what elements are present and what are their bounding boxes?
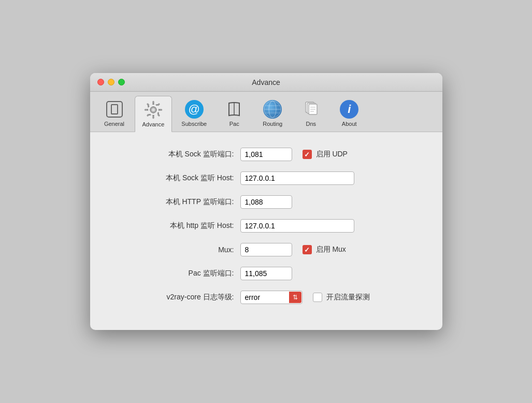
pac-port-row: Pac 监听端口: xyxy=(121,267,411,280)
globe-icon xyxy=(263,100,282,119)
log-level-select-wrapper: error warning info debug none xyxy=(240,291,303,304)
tab-dns[interactable]: Dns xyxy=(293,96,329,132)
http-port-row: 本机 HTTP 监听端口: xyxy=(121,195,411,209)
svg-rect-8 xyxy=(147,113,150,117)
mux-label: Mux: xyxy=(121,246,240,254)
http-host-row: 本机 http 监听 Host: xyxy=(121,219,411,233)
mux-input[interactable] xyxy=(240,243,292,256)
tab-advance[interactable]: Advance xyxy=(135,96,172,132)
svg-rect-5 xyxy=(160,109,162,111)
udp-option: 启用 UDP xyxy=(303,150,348,159)
sock-port-label: 本机 Sock 监听端口: xyxy=(121,150,240,159)
tab-dns-label: Dns xyxy=(306,121,316,127)
at-icon: @ xyxy=(185,100,204,119)
mux-row: Mux: 启用 Mux xyxy=(121,243,411,256)
udp-checkbox[interactable] xyxy=(303,150,312,159)
window-title: Advance xyxy=(252,78,280,87)
traffic-detect-checkbox[interactable] xyxy=(313,293,322,302)
http-host-label: 本机 http 监听 Host: xyxy=(121,221,240,231)
log-level-row: v2ray-core 日志等级: error warning info debu… xyxy=(121,291,411,304)
svg-rect-10 xyxy=(147,103,150,106)
traffic-lights xyxy=(97,79,125,85)
book-icon xyxy=(225,100,243,119)
tab-about[interactable]: i About xyxy=(331,96,367,132)
sock-port-input[interactable] xyxy=(240,148,292,161)
traffic-detect-label: 开启流量探测 xyxy=(326,293,370,302)
mux-checkbox[interactable] xyxy=(303,245,312,254)
sock-host-input[interactable] xyxy=(240,171,354,185)
gear-icon xyxy=(144,100,163,119)
mux-option: 启用 Mux xyxy=(303,245,346,254)
svg-rect-9 xyxy=(145,109,147,111)
tab-subscribe-label: Subscribe xyxy=(181,121,207,127)
tab-subscribe[interactable]: @ Subscribe xyxy=(174,96,214,132)
svg-rect-3 xyxy=(152,101,154,104)
svg-point-12 xyxy=(151,108,155,112)
tab-pac[interactable]: Pac xyxy=(216,96,252,132)
log-level-select[interactable]: error warning info debug none xyxy=(240,291,303,304)
docs-icon xyxy=(301,100,320,119)
sock-host-row: 本机 Sock 监听 Host: xyxy=(121,171,411,185)
pac-port-input[interactable] xyxy=(240,267,292,280)
http-host-input[interactable] xyxy=(240,219,354,233)
sock-port-row: 本机 Sock 监听端口: 启用 UDP xyxy=(121,148,411,161)
content-area: 本机 Sock 监听端口: 启用 UDP 本机 Sock 监听 Host: 本机… xyxy=(90,132,442,330)
svg-rect-4 xyxy=(157,103,160,106)
log-level-label: v2ray-core 日志等级: xyxy=(121,293,240,302)
minimize-button[interactable] xyxy=(108,79,114,85)
tab-routing[interactable]: Routing xyxy=(254,96,291,132)
http-port-label: 本机 HTTP 监听端口: xyxy=(121,197,240,207)
http-port-input[interactable] xyxy=(240,195,292,209)
udp-label: 启用 UDP xyxy=(316,150,348,159)
close-button[interactable] xyxy=(97,79,104,85)
tab-pac-label: Pac xyxy=(229,121,239,127)
maximize-button[interactable] xyxy=(118,79,125,85)
info-icon: i xyxy=(340,100,358,119)
pac-port-label: Pac 监听端口: xyxy=(121,269,240,278)
svg-rect-7 xyxy=(152,116,154,119)
tab-advance-label: Advance xyxy=(142,121,165,127)
title-bar: Advance xyxy=(90,73,442,92)
tab-routing-label: Routing xyxy=(263,121,282,127)
tab-about-label: About xyxy=(342,121,357,127)
general-icon xyxy=(105,100,124,119)
tab-general-label: General xyxy=(104,121,124,127)
toolbar: General xyxy=(90,92,442,132)
main-window: Advance General xyxy=(90,73,442,330)
sock-host-label: 本机 Sock 监听 Host: xyxy=(121,174,240,183)
svg-rect-6 xyxy=(157,113,160,117)
mux-enable-label: 启用 Mux xyxy=(316,245,346,254)
tab-general[interactable]: General xyxy=(96,96,133,132)
traffic-detect-option: 开启流量探测 xyxy=(313,293,370,302)
